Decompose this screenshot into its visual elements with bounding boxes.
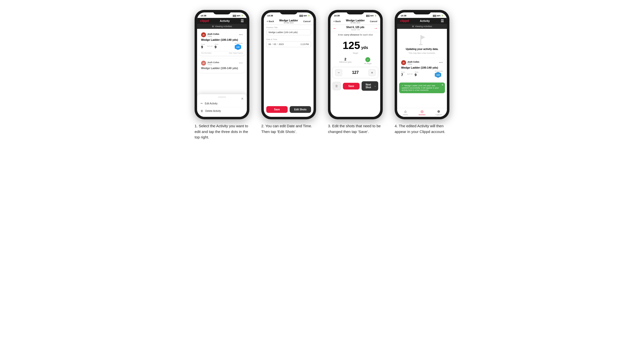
status-icons-4: ▐▐▐ WiFi 🔋 — [432, 15, 444, 17]
screen-1: 14:38 ▐▐▐ WiFi 🔋 clippd Activity ☰ ⊞ — [197, 12, 247, 117]
hamburger-icon-4[interactable]: ☰ — [441, 19, 444, 23]
shot-info: Shot 6, 125 yds Score 7/9 — [346, 26, 364, 31]
home-icon: ⌂ — [404, 109, 406, 113]
tab-home-label: Home — [403, 114, 408, 116]
toast-close-icon[interactable]: ✕ — [442, 84, 444, 86]
shots-value: 9 — [214, 45, 218, 49]
battery-icon-4: 🔋 — [441, 15, 444, 17]
cancel-btn-2[interactable]: Cancel — [303, 20, 310, 23]
activity-card-4[interactable]: JC Josh Coles Today ••• Wedge Ladder (10… — [399, 58, 445, 81]
user-name-2: Josh Coles — [207, 61, 219, 64]
phone-column-4: 14:38 ▐▐▐ WiFi 🔋 clippd Activity ☰ ⊞ Vie… — [392, 10, 452, 135]
tab-bar-4: ⌂ Home ◎ Activities ⊕ Capture — [397, 108, 447, 117]
back-btn-2[interactable]: < Back — [267, 20, 274, 23]
user-info-4: JC Josh Coles Today — [401, 60, 419, 65]
data-text: Data: Clippd Capture — [229, 52, 243, 54]
number-input-row: − 127 + — [332, 67, 378, 78]
input-value[interactable]: 127 — [344, 70, 367, 75]
next-arrow-icon: → — [374, 85, 376, 87]
tab-home[interactable]: ⌂ Home — [397, 109, 414, 116]
phone-4: 14:38 ▐▐▐ WiFi 🔋 clippd Activity ☰ ⊞ Vie… — [395, 10, 450, 119]
next-shot-nav-btn[interactable]: → — [374, 26, 378, 30]
svg-marker-1 — [421, 35, 425, 39]
filter-icon-4: ⊞ — [412, 25, 414, 28]
phone-column-3: 14:39 ▐▐▐ WiFi 🔋 < Back Wedge Ladder 06 … — [326, 10, 385, 135]
nav-title-1: Activity — [220, 19, 230, 22]
hamburger-icon-1[interactable]: ☰ — [241, 19, 244, 23]
save-button-2[interactable]: Save — [266, 106, 288, 113]
score-stat: Score 9 — [201, 43, 205, 49]
caption-1: 1. Select the Activity you want to edit … — [194, 123, 249, 140]
practice-title-input[interactable]: Wedge Ladder (100-140 yds) — [266, 29, 311, 35]
edit-activity-item[interactable]: ✏ Edit Activity — [200, 100, 243, 107]
screen-2: 14:38 ▐▐▐ WiFi 🔋 < Back Wedge Ladder 06 … — [264, 12, 314, 117]
shot-quality-badge-1: 130 — [235, 44, 241, 50]
hit-target-label: Hit Target — [364, 63, 372, 64]
viewing-label-1: Viewing Activities — [215, 25, 232, 28]
capture-icon: ⊕ — [437, 109, 440, 113]
three-dots-2[interactable]: ••• — [239, 61, 243, 65]
date-time-input[interactable]: 06 / 03 / 2023 1:13 PM — [266, 41, 311, 47]
status-icons-3: ▐▐▐ WiFi 🔋 — [366, 15, 377, 17]
back-btn-3[interactable]: < Back — [334, 20, 341, 23]
caption-2: 2. You can edit Date and Time. Then tap … — [261, 123, 316, 135]
date-year: 2023 — [279, 43, 284, 45]
viewing-banner-4: ⊞ Viewing Activities — [397, 24, 447, 29]
activity-card-2[interactable]: JC Josh Coles Today ••• Wedge Ladder (10… — [199, 59, 245, 73]
delete-label: Delete Activity — [205, 110, 221, 112]
edit-label: Edit Activity — [205, 102, 218, 105]
tab-capture-label: Capture — [436, 114, 442, 116]
diff-value: 2 — [339, 57, 351, 61]
carry-instruction: Enter carry distance for each shot — [330, 32, 380, 37]
card-header-1: JC Josh Coles Today ••• — [201, 32, 243, 37]
battery-icon-3: 🔋 — [374, 15, 377, 17]
increment-btn[interactable]: + — [368, 69, 376, 76]
wifi-icon-2: WiFi — [303, 15, 307, 17]
diff-label: Difference (yds) — [339, 61, 351, 63]
activity-card-1[interactable]: JC Josh Coles Today ••• Wedge Ladder (10… — [199, 30, 245, 56]
sq-label: Shot Quality — [235, 42, 243, 44]
notch-2 — [280, 10, 298, 14]
target-label: Target — [330, 52, 380, 54]
prev-shot-btn[interactable]: ← — [333, 26, 337, 30]
toast-message: "Wedge Ladder (100-140 yds)" was updated… — [402, 85, 439, 91]
score-value: 9 — [201, 45, 205, 49]
nav-center-2: Wedge Ladder 06 Mar 2023 — [279, 19, 298, 24]
caption-3: 3. Edit the shots that need to be change… — [328, 123, 383, 135]
tab-activities[interactable]: ◎ Activities — [414, 109, 430, 116]
shot-title: Shot 6, 125 yds — [346, 26, 364, 29]
edit-shots-button[interactable]: Edit Shots — [290, 106, 311, 113]
out-of-4: OUT OF — [407, 73, 413, 75]
user-date-2: Today — [207, 64, 219, 65]
decrement-btn[interactable]: − — [335, 69, 342, 76]
delete-activity-item[interactable]: 🗑 Delete Activity — [200, 107, 243, 114]
close-icon[interactable]: ✕ — [241, 97, 244, 101]
tab-capture[interactable]: ⊕ Capture — [430, 109, 447, 116]
tab-activities-label: Activities — [418, 114, 426, 116]
status-time-3: 14:39 — [334, 14, 340, 17]
avatar-1: JC — [201, 32, 206, 37]
delete-shot-btn[interactable]: 🗑 — [332, 82, 341, 90]
save-shot-btn[interactable]: Save — [343, 83, 360, 89]
three-dots-4[interactable]: ••• — [439, 61, 443, 64]
cancel-btn-3[interactable]: Cancel — [370, 20, 377, 23]
three-dots-1[interactable]: ••• — [239, 33, 243, 36]
nav-bar-3: < Back Wedge Ladder 06 Mar 2023 Cancel — [330, 18, 380, 25]
phone-3: 14:39 ▐▐▐ WiFi 🔋 < Back Wedge Ladder 06 … — [328, 10, 383, 119]
next-shot-btn[interactable]: Next Shot → — [362, 81, 378, 91]
shot-quality-badge-4: 118 — [435, 72, 441, 78]
sep-2: / — [277, 43, 278, 45]
card-title-1: Wedge Ladder (100-140 yds) — [201, 38, 243, 41]
phone-column-2: 14:38 ▐▐▐ WiFi 🔋 < Back Wedge Ladder 06 … — [259, 10, 318, 135]
sq-label-4: Shot Quality — [435, 70, 443, 72]
viewing-label-4: Viewing Activities — [415, 25, 432, 28]
clippd-logo-1: clippd — [200, 19, 209, 23]
phone-2: 14:38 ▐▐▐ WiFi 🔋 < Back Wedge Ladder 06 … — [261, 10, 316, 119]
success-toast: ✓ "Wedge Ladder (100-140 yds)" was updat… — [399, 83, 445, 93]
phones-row: 14:38 ▐▐▐ WiFi 🔋 clippd Activity ☰ ⊞ — [192, 10, 452, 140]
notch-1 — [213, 10, 231, 14]
shots-stat-4: Shots 9 — [414, 71, 418, 77]
wifi-icon-3: WiFi — [370, 15, 374, 17]
signal-icon-2: ▐▐▐ — [299, 15, 302, 17]
sheet-handle — [218, 97, 226, 97]
